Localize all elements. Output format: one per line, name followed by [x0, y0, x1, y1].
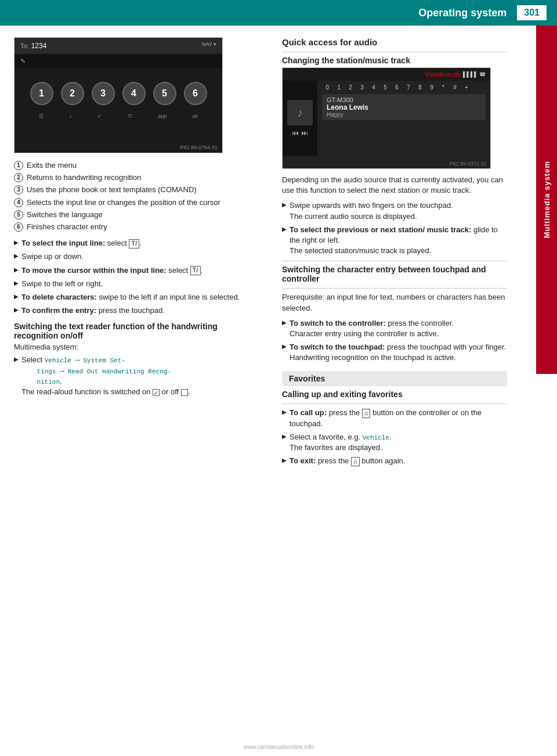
main-content: To: 1234 NAV ▾ ✎ 1 2 3 4 5 6 ☰ ♪ ✓ T/ ap… — [0, 26, 557, 756]
track-artist: Leona Lewis — [327, 103, 481, 111]
arrow-text-1: To select the input line: select T/. — [21, 238, 142, 249]
screen-keyboard: 1 2 3 4 5 6 — [15, 68, 222, 111]
nav-label: NAV ▾ — [202, 41, 216, 47]
list-item: 6 Finishes character entry — [14, 222, 261, 232]
arrow-icon: ▶ — [282, 433, 287, 441]
numpad: 0 1 2 3 4 5 6 7 8 9 * # + — [322, 84, 486, 91]
favorites-heading: Calling up and exiting favorites — [282, 390, 507, 399]
arrow-list-3: ▶ To switch to the controller: press the… — [282, 318, 507, 363]
s2-body: ♪ ⏮ ⏭ 0 1 2 3 4 5 6 7 — [283, 81, 490, 156]
arrow-list-2: ▶ Swipe upwards with two fingers on the … — [282, 200, 507, 256]
list-item: 5 Switches the language — [14, 210, 261, 220]
num-3: 3 — [357, 84, 367, 91]
screenshot-1: To: 1234 NAV ▾ ✎ 1 2 3 4 5 6 ☰ ♪ ✓ T/ ap… — [14, 37, 223, 153]
arrow-item: ▶ To select the previous or next station… — [282, 225, 507, 257]
item-text-5: Switches the language — [27, 210, 103, 220]
main-heading: Quick access for audio — [282, 37, 507, 47]
num-2: 2 — [345, 84, 356, 91]
arrow-icon: ▶ — [282, 456, 287, 465]
arrow-r-text-5: To call up: press the ⌂ button on the co… — [290, 408, 507, 429]
num-5: 5 — [380, 84, 390, 91]
arrow-item: ▶ To call up: press the ⌂ button on the … — [282, 408, 507, 429]
screen-top-bar: To: 1234 NAV ▾ — [15, 38, 222, 54]
num-6: 6 — [392, 84, 402, 91]
part-number-2: P82.89-0371-31 — [449, 161, 487, 167]
arrow-item: ▶ To move the cursor within the input li… — [14, 265, 261, 276]
arrow-text-3: To move the cursor within the input line… — [21, 265, 202, 276]
sub-heading-1: Changing the station/music track — [282, 56, 507, 65]
item-text-3: Uses the phone book or text templates (C… — [27, 185, 197, 195]
list-item: 1 Exits the menu — [14, 160, 261, 171]
key-1: 1 — [30, 82, 53, 105]
arrow-item: ▶ Select a favorite, e.g. Vehicle.The fa… — [282, 432, 507, 453]
edit-icon: ✎ — [20, 57, 26, 65]
track-name: Happy — [327, 111, 481, 118]
list-item: 4 Selects the input line or changes the … — [14, 197, 261, 208]
arrow-icon: ▶ — [282, 343, 287, 351]
key-2: 2 — [61, 82, 84, 105]
arrow-r-text-2: To select the previous or next station/ … — [290, 225, 507, 257]
s2-left-panel: ♪ ⏮ ⏭ — [283, 81, 317, 156]
arrow-icon: ▶ — [282, 225, 287, 233]
divider-3 — [282, 288, 507, 289]
checkbox-off — [181, 389, 188, 396]
divider-1 — [282, 52, 507, 52]
arrow-icon: ▶ — [14, 293, 19, 301]
vodafone-logo: Vodafone.de — [425, 71, 461, 78]
arrow-icon: ▶ — [14, 239, 19, 247]
arrow-list-1: ▶ To select the input line: select T/. ▶… — [14, 238, 261, 316]
arrow-r-text-1: Swipe upwards with two fingers on the to… — [290, 200, 453, 221]
arrow-icon: ▶ — [282, 319, 287, 327]
s2-right-panel: 0 1 2 3 4 5 6 7 8 9 * # + — [317, 81, 490, 156]
item-text-2: Returns to handwriting recognition — [27, 172, 141, 183]
item-text-1: Exits the menu — [27, 160, 77, 171]
checkbox-on: ✓ — [153, 389, 160, 396]
description-1: Depending on the audio source that is cu… — [282, 175, 507, 196]
input-line-icon: T/ — [129, 239, 139, 249]
home-btn-icon: ⌂ — [362, 409, 371, 418]
num-circle-2: 2 — [14, 173, 23, 182]
key-label-4: T/ — [128, 113, 132, 119]
input-value: 1234 — [31, 42, 47, 50]
prev-button: ⏮ — [292, 129, 299, 137]
favorites-box: Favorites — [282, 371, 507, 386]
key-label-2: ♪ — [69, 113, 72, 119]
select-arrow-item: ▶ Select Vehicle → System Set- tings → R… — [14, 355, 261, 397]
signal-bars: ▌▌▌▌ ☎ — [463, 71, 486, 77]
key-label-5: app — [158, 113, 167, 119]
num-9: 9 — [426, 84, 437, 91]
track-area: GT-M300 Leona Lewis Happy — [322, 94, 486, 120]
arrow-list-4: ▶ To call up: press the ⌂ button on the … — [282, 408, 507, 466]
arrow-text-6: To confirm the entry: press the touchpad… — [21, 305, 165, 316]
arrow-text-5: To delete characters: swipe to the left … — [21, 292, 240, 303]
header-bar: Operating system 301 — [0, 0, 557, 26]
key-3: 3 — [92, 82, 115, 105]
prerequisite-text: Prerequisite: an input line for text, nu… — [282, 292, 507, 313]
arrow-text-2: Swipe up or down. — [21, 251, 84, 262]
input-icon-2: T/ — [190, 266, 201, 275]
num-4: 4 — [368, 84, 379, 91]
num-7: 7 — [403, 84, 414, 91]
screen-edit-row: ✎ — [15, 54, 222, 68]
page-number: 301 — [517, 5, 547, 20]
to-label: To: — [20, 42, 29, 49]
arrow-r-text-7: To exit: press the ⌂ button again. — [290, 456, 405, 466]
list-item: 3 Uses the phone book or text templates … — [14, 185, 261, 195]
arrow-icon: ▶ — [14, 306, 19, 314]
arrow-item: ▶ To select the input line: select T/. — [14, 238, 261, 249]
arrow-r-text-4: To switch to the touchpad: press the tou… — [290, 342, 506, 363]
key-label-6: ok — [192, 113, 198, 119]
select-text: Select Vehicle → System Set- tings → Rea… — [21, 355, 190, 397]
arrow-icon: ▶ — [14, 252, 19, 260]
arrow-icon: ▶ — [14, 266, 19, 274]
right-column: Quick access for audio Changing the stat… — [273, 26, 536, 756]
s2-top-bar: Vodafone.de ▌▌▌▌ ☎ — [283, 68, 490, 81]
num-circle-4: 4 — [14, 198, 23, 207]
arrow-item: ▶ To delete characters: swipe to the lef… — [14, 292, 261, 303]
part-number-1: P82.89-0784-31 — [180, 145, 218, 150]
arrow-icon: ▶ — [282, 201, 287, 209]
key-5: 5 — [153, 82, 176, 105]
left-column: To: 1234 NAV ▾ ✎ 1 2 3 4 5 6 ☰ ♪ ✓ T/ ap… — [0, 26, 273, 756]
section-heading-1: Switching the text reader function of th… — [14, 322, 261, 340]
arrow-text-4: Swipe to the left or right. — [21, 279, 103, 289]
